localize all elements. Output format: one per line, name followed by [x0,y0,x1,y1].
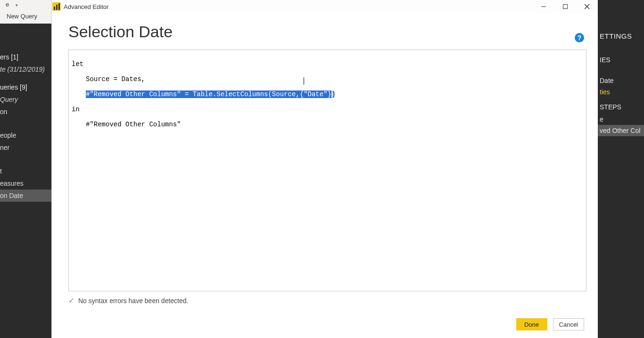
svg-line-3 [585,4,589,9]
list-item-selected[interactable]: on Date [0,190,51,202]
window-title: Advanced Editor [64,3,108,10]
page-title: Selection Date [68,23,586,41]
advanced-editor-window: Advanced Editor Selection Date ? let Sou… [51,0,598,338]
cancel-button[interactable]: Cancel [553,318,584,330]
syntax-status-text: No syntax errors have been detected. [78,297,188,305]
list-item[interactable]: t [0,165,51,177]
svg-line-2 [585,4,589,9]
list-item[interactable]: ner [0,141,51,154]
properties-header: IES [598,53,644,66]
code-line[interactable]: #"Removed Other Columns" = Table.SelectC… [72,91,583,98]
help-icon[interactable]: ? [575,33,584,42]
list-item[interactable]: eople [0,129,51,141]
ribbon-item[interactable]: e▼ [0,0,24,9]
maximize-button[interactable] [554,0,576,13]
list-item[interactable]: te (31/12/2019) [0,63,51,75]
queries-list[interactable]: ers [1] te (31/12/2019) ueries [9] Query… [0,51,51,202]
code-line[interactable]: Source = Dates, [72,75,583,83]
list-item[interactable]: on [0,106,51,118]
code-line[interactable]: let [72,60,583,68]
all-properties-link[interactable]: ties [598,86,644,98]
ribbon-fragment: e▼ Sources▼ Dat [0,0,51,9]
code-selection[interactable]: #"Removed Other Columns" = Table.SelectC… [86,91,331,98]
list-item[interactable]: Query [0,93,51,106]
minimize-button[interactable] [533,0,554,13]
queries-side-panel: e▼ Sources▼ Dat New Query ers [1] te (31… [0,0,51,338]
code-line[interactable]: in [72,106,583,113]
code-editor[interactable]: let Source = Dates, #"Removed Other Colu… [68,49,586,291]
syntax-status: ✓ No syntax errors have been detected. [68,296,586,305]
query-group[interactable]: ueries [9] [0,81,51,93]
window-titlebar[interactable]: Advanced Editor [52,0,598,13]
svg-rect-1 [563,5,568,9]
powerbi-icon [52,2,61,11]
text-cursor-icon [304,77,304,85]
query-group[interactable]: ers [1] [0,51,51,63]
dialog-buttons: Done Cancel [516,318,584,330]
step-item-selected[interactable]: ved Other Col [598,125,644,136]
step-item[interactable]: e [598,114,644,125]
code-line[interactable]: #"Removed Other Columns" [72,121,583,128]
ribbon-group-label: New Query [0,9,51,24]
settings-header: ETTINGS [598,29,644,43]
query-name-value: Date [598,75,644,86]
checkmark-icon: ✓ [68,296,74,305]
applied-steps-header: STEPS [598,100,644,114]
settings-side-panel: ETTINGS IES Date ties STEPS e ved Other … [598,0,644,338]
done-button[interactable]: Done [516,318,547,330]
close-button[interactable] [576,0,598,13]
list-item[interactable]: easures [0,177,51,190]
